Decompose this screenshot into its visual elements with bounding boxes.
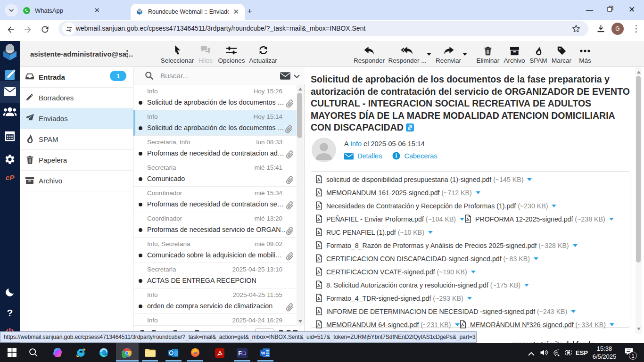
svg-text:W: W (261, 351, 265, 355)
